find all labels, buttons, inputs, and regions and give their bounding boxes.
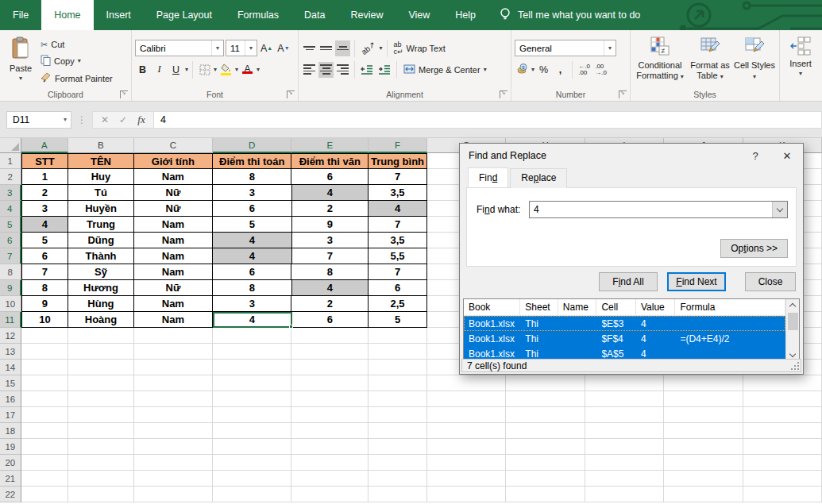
cell-K20[interactable] (743, 455, 822, 471)
cell-D2[interactable]: 8 (213, 169, 291, 185)
row-header-12[interactable]: 12 (0, 328, 21, 344)
column-header-D[interactable]: D (213, 138, 291, 153)
format-as-table-button[interactable]: Format as Table ▾ (686, 33, 734, 87)
number-format-dropdown[interactable]: ▾ (604, 40, 616, 56)
dialog-tab-find[interactable]: Find (468, 167, 508, 187)
cell-D3[interactable]: 3 (213, 185, 291, 201)
cell-G21[interactable] (427, 471, 506, 487)
tab-file[interactable]: File (0, 0, 41, 30)
font-size-dropdown[interactable]: ▾ (245, 40, 257, 56)
dialog-title-bar[interactable]: Find and Replace ? ✕ (460, 144, 803, 167)
cell-E10[interactable]: 2 (291, 296, 369, 312)
cell-styles-button[interactable]: Cell Styles ▾ (734, 33, 775, 87)
dialog-close-icon[interactable]: ✕ (771, 144, 803, 167)
font-name-combo[interactable]: Calibri▾ (135, 40, 224, 56)
copy-button[interactable]: Copy ▾ (38, 53, 115, 69)
cell-B17[interactable] (68, 407, 133, 423)
row-header-7[interactable]: 7 (0, 248, 21, 264)
results-column-name[interactable]: Name (558, 299, 597, 315)
cell-G19[interactable] (427, 439, 506, 455)
name-box[interactable]: D11 ▾ (6, 111, 71, 129)
cell-F10[interactable]: 2,5 (369, 296, 427, 312)
increase-decimal-button[interactable]: ←.0.00 (577, 62, 592, 78)
cell-A13[interactable] (21, 344, 69, 360)
cell-E6[interactable]: 3 (292, 233, 369, 248)
row-header-16[interactable]: 16 (0, 391, 21, 407)
format-painter-button[interactable]: Format Painter (38, 71, 115, 87)
cell-A3[interactable]: 2 (21, 185, 69, 201)
cell-C18[interactable] (134, 423, 213, 439)
cell-D11[interactable]: 4 (213, 312, 291, 328)
cell-J15[interactable] (664, 375, 743, 391)
cell-J19[interactable] (664, 439, 743, 455)
cell-G17[interactable] (427, 407, 506, 423)
cell-C22[interactable] (134, 487, 213, 502)
cell-D12[interactable] (213, 328, 291, 344)
cell-E5[interactable]: 9 (292, 217, 369, 233)
underline-button[interactable]: U (168, 62, 183, 78)
shrink-font-button[interactable]: A▼ (276, 40, 291, 56)
cell-H22[interactable] (506, 487, 585, 502)
cell-E14[interactable] (291, 360, 369, 375)
cell-C6[interactable]: Nam (134, 233, 213, 248)
cell-F18[interactable] (369, 423, 427, 439)
cell-K18[interactable] (743, 423, 822, 439)
results-column-cell[interactable]: Cell (596, 299, 636, 315)
cell-H21[interactable] (506, 471, 585, 487)
alignment-dialog-launcher[interactable] (500, 90, 507, 98)
font-size-combo[interactable]: 11▾ (226, 40, 257, 56)
row-header-20[interactable]: 20 (0, 455, 21, 471)
cell-B4[interactable]: Huyền (68, 201, 133, 217)
cell-E21[interactable] (291, 471, 369, 487)
borders-dropdown-caret[interactable]: ▾ (214, 67, 217, 73)
scrollbar-thumb[interactable] (788, 313, 798, 330)
cell-H15[interactable] (506, 375, 585, 391)
accounting-dropdown-caret[interactable]: ▾ (531, 67, 534, 73)
cell-F5[interactable]: 7 (369, 217, 427, 233)
comma-style-button[interactable]: , (553, 62, 568, 78)
decrease-indent-button[interactable] (359, 62, 375, 78)
cell-C13[interactable] (134, 344, 213, 360)
number-dialog-launcher[interactable] (619, 90, 627, 98)
row-header-21[interactable]: 21 (0, 471, 21, 487)
fill-color-dropdown-caret[interactable]: ▾ (235, 67, 238, 73)
cell-B8[interactable]: Sỹ (68, 264, 133, 280)
insert-function-icon[interactable]: fx (133, 113, 150, 126)
cell-A11[interactable]: 10 (21, 312, 69, 328)
accounting-format-button[interactable]: $ (515, 62, 530, 78)
cell-F9[interactable]: 6 (369, 280, 427, 296)
row-header-6[interactable]: 6 (0, 233, 21, 248)
row-header-19[interactable]: 19 (0, 439, 21, 455)
results-scrollbar[interactable] (785, 299, 799, 361)
row-header-1[interactable]: 1 (0, 153, 21, 169)
cell-F17[interactable] (369, 407, 427, 423)
cell-C2[interactable]: Nam (134, 169, 213, 185)
cell-I17[interactable] (585, 407, 664, 423)
cell-A5[interactable]: 4 (21, 217, 69, 233)
cell-D10[interactable]: 3 (213, 296, 291, 312)
center-button[interactable] (318, 62, 334, 78)
cell-B6[interactable]: Dũng (68, 233, 133, 248)
formula-input[interactable]: 4 (154, 111, 822, 129)
increase-indent-button[interactable] (376, 62, 392, 78)
cell-B16[interactable] (68, 391, 133, 407)
cell-E20[interactable] (291, 455, 369, 471)
cell-A22[interactable] (21, 487, 69, 502)
cell-F15[interactable] (369, 375, 427, 391)
cell-C8[interactable]: Nam (134, 264, 213, 280)
bottom-align-button[interactable] (335, 40, 350, 56)
cell-C14[interactable] (134, 360, 213, 375)
cell-A17[interactable] (21, 407, 69, 423)
cell-A4[interactable]: 3 (21, 201, 69, 217)
cell-G18[interactable] (427, 423, 506, 439)
row-header-3[interactable]: 3 (0, 185, 21, 201)
cell-E16[interactable] (291, 391, 369, 407)
name-box-dropdown[interactable]: ▾ (64, 116, 71, 123)
cell-K21[interactable] (743, 471, 822, 487)
cell-G20[interactable] (427, 455, 506, 471)
cell-A16[interactable] (21, 391, 69, 407)
cell-H16[interactable] (506, 391, 585, 407)
cell-G22[interactable] (427, 487, 506, 502)
cell-E13[interactable] (291, 344, 369, 360)
cell-A14[interactable] (21, 360, 69, 375)
